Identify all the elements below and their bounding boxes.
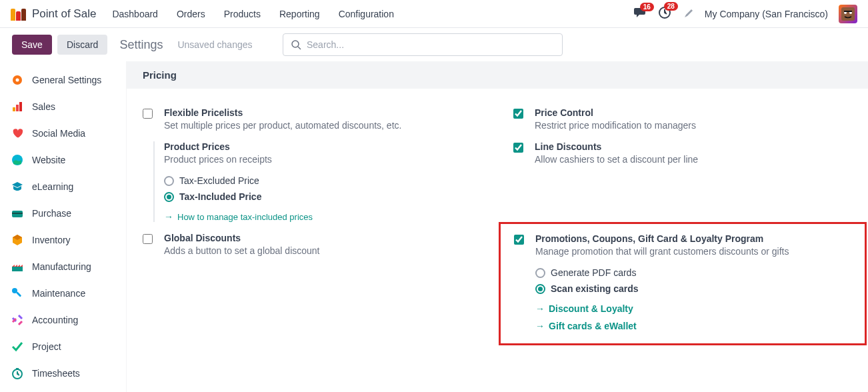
- user-avatar[interactable]: [839, 5, 857, 23]
- radio-label: Tax-Excluded Price: [179, 175, 259, 186]
- search-box[interactable]: [283, 33, 563, 56]
- line-discounts-checkbox[interactable]: [513, 143, 523, 153]
- setting-title: Flexible Pricelists: [164, 107, 481, 118]
- sidebar-label: Website: [32, 155, 65, 165]
- setting-desc: Manage promotion that will grant custome…: [535, 246, 851, 257]
- global-discounts-checkbox[interactable]: [143, 234, 153, 244]
- activities-button[interactable]: 28: [658, 6, 671, 21]
- svg-rect-11: [19, 102, 22, 111]
- nav-products[interactable]: Products: [224, 9, 261, 19]
- breadcrumb: Settings: [119, 38, 163, 52]
- messages-button[interactable]: 16: [634, 7, 647, 21]
- unsaved-indicator: Unsaved changes: [177, 39, 252, 50]
- setting-title: Promotions, Coupons, Gift Card & Loyalty…: [535, 233, 851, 244]
- svg-rect-14: [12, 213, 23, 214]
- timer-icon: [11, 367, 24, 380]
- promotions-checkbox[interactable]: [514, 235, 524, 245]
- messages-badge: 16: [640, 3, 654, 11]
- sidebar-label: General Settings: [32, 75, 101, 85]
- sidebar-item-accounting[interactable]: Accounting: [0, 307, 126, 333]
- radio-icon: [164, 176, 174, 186]
- radio-tax-included[interactable]: Tax-Included Price: [164, 189, 481, 205]
- nav-orders[interactable]: Orders: [177, 9, 205, 19]
- heart-icon: [11, 127, 24, 140]
- sidebar-item-social[interactable]: Social Media: [0, 120, 126, 147]
- save-button[interactable]: Save: [12, 35, 52, 55]
- svg-rect-4: [844, 11, 852, 12]
- main-panel: Pricing Flexible Pricelists Set multiple…: [127, 61, 868, 392]
- search-input[interactable]: [307, 39, 554, 50]
- sidebar-item-elearning[interactable]: eLearning: [0, 173, 126, 200]
- radio-icon: [535, 284, 545, 294]
- sidebar-item-purchase[interactable]: Purchase: [0, 200, 126, 227]
- sidebar-item-timesheets[interactable]: Timesheets: [0, 360, 126, 387]
- company-selector[interactable]: My Company (San Francisco): [705, 9, 828, 19]
- sidebar-item-inventory[interactable]: Inventory: [0, 227, 126, 253]
- setting-flexible-pricelists: Flexible Pricelists Set multiple prices …: [133, 102, 491, 136]
- sidebar-item-manufacturing[interactable]: Manufacturing: [0, 253, 126, 280]
- setting-global-discounts: Global Discounts Adds a button to set a …: [133, 227, 491, 345]
- setting-promotions: Promotions, Coupons, Gift Card & Loyalty…: [505, 228, 861, 337]
- svg-rect-15: [12, 267, 23, 271]
- sidebar-item-maintenance[interactable]: Maintenance: [0, 280, 126, 307]
- svg-rect-10: [16, 105, 19, 111]
- setting-desc: Restrict price modification to managers: [535, 120, 852, 131]
- link-label: How to manage tax-included prices: [177, 212, 313, 222]
- nav-configuration[interactable]: Configuration: [339, 9, 394, 19]
- sidebar-label: Project: [32, 341, 61, 352]
- graduation-icon: [11, 180, 24, 193]
- sidebar-label: Manufacturing: [32, 261, 91, 272]
- arrow-icon: →: [535, 321, 545, 331]
- svg-point-8: [16, 79, 19, 82]
- radio-icon: [164, 192, 174, 202]
- discard-button[interactable]: Discard: [57, 35, 107, 55]
- activities-badge: 28: [664, 2, 678, 11]
- nav-reporting[interactable]: Reporting: [279, 9, 320, 19]
- sidebar-item-sales[interactable]: Sales: [0, 93, 126, 120]
- radio-generate-pdf[interactable]: Generate PDF cards: [535, 265, 851, 281]
- radio-icon: [535, 268, 545, 278]
- sidebar-item-project[interactable]: Project: [0, 333, 126, 360]
- sidebar-label: Sales: [32, 101, 55, 112]
- radio-label: Scan existing cards: [551, 283, 639, 294]
- search-icon: [291, 40, 301, 50]
- factory-icon: [11, 260, 24, 273]
- setting-title: Global Discounts: [164, 233, 481, 243]
- link-discount-loyalty[interactable]: → Discount & Loyalty: [535, 303, 851, 314]
- link-label: Gift cards & eWallet: [549, 321, 637, 331]
- nav-dashboard[interactable]: Dashboard: [112, 9, 158, 19]
- link-tax-help[interactable]: → How to manage tax-included prices: [164, 211, 481, 222]
- nav-menu: Dashboard Orders Products Reporting Conf…: [112, 9, 394, 19]
- app-title-text: Point of Sale: [32, 7, 96, 21]
- sidebar-item-general[interactable]: General Settings: [0, 67, 126, 93]
- app-logo-icon: [11, 7, 27, 21]
- globe-icon: [11, 153, 24, 167]
- setting-desc: Set multiple prices per product, automat…: [164, 120, 481, 131]
- chart-icon: [11, 100, 24, 113]
- sidebar-label: eLearning: [32, 181, 73, 192]
- radio-tax-excluded[interactable]: Tax-Excluded Price: [164, 173, 481, 189]
- sidebar-item-website[interactable]: Website: [0, 147, 126, 173]
- tools-icon[interactable]: [682, 7, 694, 21]
- svg-rect-17: [16, 291, 21, 297]
- check-icon: [11, 340, 24, 353]
- svg-rect-1: [841, 7, 855, 21]
- sidebar-label: Purchase: [32, 208, 71, 219]
- radio-label: Generate PDF cards: [551, 267, 636, 278]
- sidebar-label: Maintenance: [32, 288, 85, 299]
- price-control-checkbox[interactable]: [513, 109, 523, 119]
- wrench-icon: [11, 287, 24, 300]
- arrows-icon: [11, 313, 24, 327]
- app-title[interactable]: Point of Sale: [11, 7, 96, 21]
- link-giftcards-ewallet[interactable]: → Gift cards & eWallet: [535, 321, 851, 331]
- flexible-pricelists-checkbox[interactable]: [143, 109, 153, 119]
- svg-rect-9: [13, 107, 15, 111]
- wallet-icon: [11, 207, 24, 220]
- setting-desc: Adds a button to set a global discount: [164, 245, 481, 256]
- radio-scan-existing[interactable]: Scan existing cards: [535, 281, 851, 297]
- sidebar-label: Inventory: [32, 235, 71, 245]
- sidebar-label: Social Media: [32, 128, 85, 139]
- box-icon: [11, 233, 24, 247]
- svg-line-6: [298, 47, 301, 49]
- setting-title: Price Control: [535, 107, 852, 118]
